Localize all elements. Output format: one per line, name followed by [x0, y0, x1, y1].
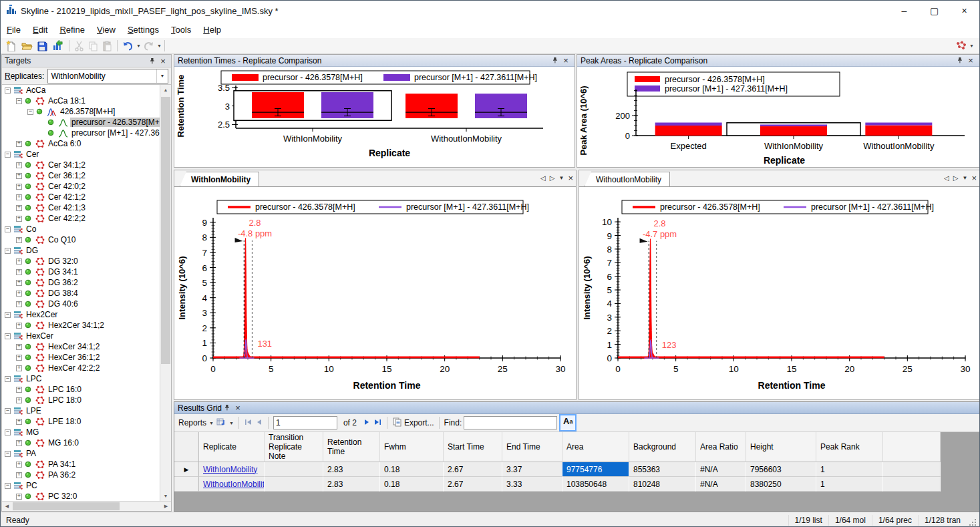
save-icon[interactable] [35, 39, 49, 53]
cell-Area Ratio[interactable]: #N/A [696, 462, 746, 477]
expand-icon[interactable]: + [16, 462, 22, 468]
menu-tools[interactable]: Tools [165, 22, 197, 37]
tree-item[interactable]: −AcCa 18:1 [2, 96, 160, 106]
next-tab-icon[interactable]: ▷ [550, 174, 555, 182]
cell-Fwhm[interactable]: 0.18 [380, 477, 444, 492]
chevron-down-icon[interactable]: ▼ [156, 69, 168, 83]
tab-menu-icon[interactable]: ▼ [558, 175, 564, 181]
menu-refine[interactable]: Refine [53, 22, 91, 37]
minimize-button[interactable]: – [889, 1, 919, 21]
row-header[interactable] [174, 477, 199, 492]
menu-view[interactable]: View [91, 22, 122, 37]
tree-item[interactable]: −Cer [2, 149, 160, 160]
tree-item[interactable]: −AcCa [2, 85, 160, 96]
pin-icon[interactable] [222, 403, 232, 413]
export-button[interactable]: Export... [404, 418, 434, 427]
open-icon[interactable] [19, 39, 34, 53]
reports-dropdown[interactable]: Reports [178, 418, 206, 427]
tree-item[interactable]: +LPC 18:0 [2, 395, 160, 405]
tree-item[interactable]: +Cer 36:1;2 [2, 170, 160, 181]
tree-item[interactable]: +AcCa 6:0 [2, 138, 160, 149]
close-icon[interactable]: × [232, 403, 243, 413]
tab-with-ion-mobility[interactable]: WithIonMobility [180, 172, 259, 186]
tree-item[interactable]: −Co [2, 224, 160, 234]
column-header-Fwhm[interactable]: Fwhm [380, 432, 444, 462]
chevron-down-icon[interactable]: ▼ [209, 421, 214, 425]
pin-icon[interactable] [147, 56, 158, 65]
expand-icon[interactable]: + [16, 141, 22, 147]
cell-Area Ratio[interactable]: #N/A [696, 477, 746, 492]
menu-settings[interactable]: Settings [122, 22, 165, 37]
tab-without-ion-mobility[interactable]: WithoutIonMobility [585, 172, 670, 186]
chevron-down-icon[interactable]: ▼ [229, 421, 234, 425]
close-icon[interactable]: × [971, 173, 977, 183]
tree-item[interactable]: −LPC [2, 373, 160, 384]
tree-item[interactable]: +Co Q10 [2, 234, 160, 245]
tree-item[interactable]: +HexCer 34:1;2 [2, 341, 160, 352]
cell-Peak Rank[interactable]: 1 [816, 477, 883, 492]
expand-icon[interactable]: + [16, 494, 22, 500]
last-page-icon[interactable] [373, 418, 382, 428]
tree-item[interactable]: +DG 38:4 [2, 288, 160, 299]
prev-tab-icon[interactable]: ◁ [944, 174, 949, 182]
tree-item[interactable]: precursor - 426.3578[M+H] [2, 117, 160, 128]
import-results-icon[interactable] [50, 39, 65, 53]
tree-item[interactable]: +MG 16:0 [2, 437, 160, 448]
cell-Height[interactable]: 7956603 [746, 462, 816, 477]
copy-icon[interactable] [392, 417, 402, 429]
cell-End Time[interactable]: 3.37 [502, 462, 562, 477]
tree-item[interactable]: +Cer 42:1;3 [2, 202, 160, 213]
cell-Retention Time[interactable]: 2.83 [323, 477, 380, 492]
tree-item[interactable]: −MG [2, 427, 160, 437]
collapse-icon[interactable]: − [5, 408, 11, 414]
cell-Peak Rank[interactable]: 1 [816, 462, 883, 477]
prev-page-icon[interactable] [255, 418, 263, 428]
collapse-icon[interactable]: − [5, 483, 11, 489]
expand-icon[interactable]: + [16, 323, 22, 329]
row-header[interactable]: ▶ [174, 462, 199, 477]
expand-icon[interactable]: + [16, 162, 22, 168]
cell-Start Time[interactable]: 2.67 [444, 477, 502, 492]
scroll-left-icon[interactable]: ◀ [2, 502, 12, 511]
tree-item[interactable]: +Hex2Cer 34:1;2 [2, 320, 160, 331]
chevron-down-icon[interactable]: ▼ [136, 43, 141, 48]
expand-icon[interactable]: + [16, 472, 22, 478]
scroll-right-icon[interactable]: ▶ [161, 502, 171, 511]
expand-icon[interactable]: + [16, 291, 22, 297]
menu-edit[interactable]: Edit [27, 22, 53, 37]
close-icon[interactable]: × [965, 56, 976, 65]
collapse-icon[interactable]: − [5, 333, 11, 339]
column-header-Area Ratio[interactable]: Area Ratio [696, 432, 746, 462]
expand-icon[interactable]: + [16, 205, 22, 211]
tree-item[interactable]: +DG 34:1 [2, 267, 160, 277]
expand-icon[interactable]: + [16, 301, 22, 307]
cell-Transition Replicate Note[interactable] [265, 462, 323, 477]
replicates-combobox[interactable]: WithIonMobility ▼ [47, 69, 168, 83]
collapse-icon[interactable]: − [5, 429, 11, 435]
expand-icon[interactable]: + [16, 258, 22, 265]
tree-item[interactable]: +DG 32:0 [2, 256, 160, 267]
tree-item[interactable]: −DG [2, 245, 160, 256]
expand-icon[interactable]: + [16, 440, 22, 446]
next-tab-icon[interactable]: ▷ [953, 174, 959, 182]
expand-icon[interactable]: + [16, 173, 22, 179]
collapse-icon[interactable]: − [16, 98, 22, 104]
cell-Fwhm[interactable]: 0.18 [380, 462, 444, 477]
tree-item[interactable]: +HexCer 42:2;2 [2, 363, 160, 373]
targets-horizontal-scrollbar[interactable]: ◀ ▶ [2, 501, 171, 511]
cell-Area[interactable]: 103850648 [562, 477, 629, 492]
cell-Replicate[interactable]: WithoutIonMobility [199, 477, 265, 492]
scrollbar-thumb[interactable] [13, 502, 120, 510]
tree-item[interactable]: −PA [2, 448, 160, 459]
close-icon[interactable]: × [560, 56, 571, 65]
close-button[interactable]: × [949, 1, 979, 21]
tree-item[interactable]: +HexCer 36:1;2 [2, 352, 160, 363]
first-page-icon[interactable] [244, 418, 253, 428]
undo-icon[interactable] [121, 39, 135, 53]
cell-Height[interactable]: 8380250 [746, 477, 816, 492]
close-icon[interactable]: × [568, 173, 573, 183]
next-page-icon[interactable] [363, 418, 371, 428]
maximize-button[interactable]: ▢ [919, 1, 949, 21]
pivot-icon[interactable] [216, 417, 226, 429]
chevron-down-icon[interactable]: ▼ [969, 43, 974, 48]
